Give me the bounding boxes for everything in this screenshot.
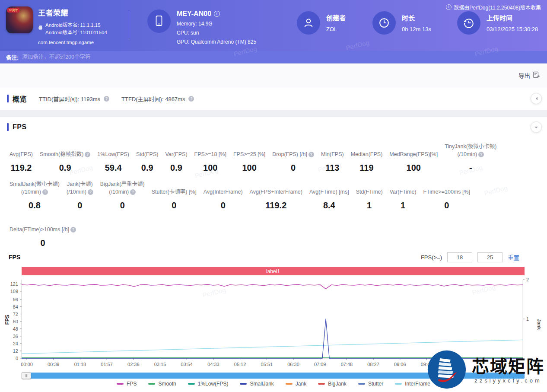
help-icon[interactable] — [308, 152, 314, 157]
stat-value: 100 — [233, 163, 265, 173]
help-icon[interactable] — [88, 189, 93, 195]
reset-button[interactable]: 重置 — [508, 253, 519, 261]
help-icon[interactable] — [478, 152, 484, 157]
stat-label: Std(FTime) — [356, 181, 383, 196]
fps-threshold-input-2[interactable] — [477, 252, 502, 262]
stat-label: Smooth(稳帧指数) — [40, 143, 90, 158]
stat-cell: BigJank(严重卡顿) (/10min) 0 — [97, 181, 148, 210]
stat-label: 1%Low(FPS) — [97, 143, 129, 158]
help-icon[interactable] — [130, 189, 136, 195]
legend-item[interactable]: Stutter — [358, 381, 383, 387]
stat-value: 0.8 — [10, 201, 60, 210]
stat-label: Avg(FTime) [ms] — [309, 181, 349, 196]
legend-swatch — [240, 383, 247, 385]
stat-cell: Std(FTime) 1 — [353, 181, 386, 210]
stat-cell: SmallJank(微小卡顿) (/10min) 0.8 — [6, 181, 63, 210]
fps-threshold-filter: FPS(>=) 重置 — [421, 252, 519, 262]
android-version-block: Android版本名: 11.1.1.15 Android版本号: 110101… — [38, 22, 107, 37]
creator-label: 创建者 — [326, 13, 346, 22]
legend-item[interactable]: Jank — [286, 381, 306, 387]
fps-section-header: FPS — [0, 117, 547, 137]
chart-title: FPS — [9, 254, 20, 261]
tab-bar: 导出 — [0, 64, 547, 87]
stat-label: SmallJank(微小卡顿) (/10min) — [10, 181, 60, 196]
overview-collapse-button[interactable] — [531, 93, 542, 104]
stat-cell: Smooth(稳帧指数) 0.9 — [36, 143, 94, 173]
chart-header: FPS FPS(>=) 重置 — [0, 251, 547, 264]
stat-value: 0 — [152, 201, 197, 210]
svg-text:01:18: 01:18 — [74, 362, 86, 367]
legend-swatch — [286, 383, 293, 385]
stat-value: 100 — [389, 163, 438, 173]
app-package: com.tencent.tmgp.sgame — [38, 40, 107, 45]
legend-item[interactable]: BigJank — [318, 381, 347, 387]
legend-item[interactable]: FPS — [117, 381, 137, 387]
help-icon[interactable] — [104, 96, 109, 102]
stat-value: - — [445, 163, 496, 173]
export-label: 导出 — [518, 71, 530, 80]
stat-label: FPS>=25 [%] — [233, 143, 265, 158]
legend-swatch — [358, 383, 365, 385]
stat-value: 119.2 — [250, 201, 302, 210]
remark-label: 备注: — [6, 53, 19, 61]
stat-label: TinyJank(极微小卡顿) (/10min) — [445, 143, 496, 158]
stat-label: Var(FTime) — [390, 181, 417, 196]
help-icon[interactable] — [42, 189, 48, 195]
history-clock-icon — [457, 11, 480, 35]
legend-item[interactable]: Smooth — [148, 381, 176, 387]
svg-text:96: 96 — [13, 297, 18, 302]
legend-label: Stutter — [368, 381, 383, 387]
stat-cell: FTime>=100ms [%] 0 — [420, 181, 474, 210]
device-info: MEY-AN00 Memory: 14.9G CPU: sun GPU: Qua… — [177, 10, 256, 51]
svg-text:03:15: 03:15 — [154, 362, 166, 367]
svg-text:60: 60 — [13, 319, 18, 324]
ttid-metric: TTID(首屏时间): 1193ms — [39, 95, 109, 103]
legend-item[interactable]: InterFrame — [395, 381, 430, 387]
fps-threshold-input-1[interactable] — [447, 252, 472, 262]
stat-value: 0 — [423, 201, 471, 210]
stat-cell: FPS>=25 [%] 100 — [230, 143, 269, 173]
svg-text:01:57: 01:57 — [101, 362, 113, 367]
help-icon[interactable] — [188, 96, 194, 102]
device-gpu: GPU: Qualcomm Adreno (TM) 825 — [177, 39, 256, 45]
svg-text:1: 1 — [526, 316, 529, 322]
svg-text:72: 72 — [13, 312, 18, 317]
header-divider — [129, 11, 129, 40]
stat-cell: Delta(FTime)>100ms [/h] 0 — [6, 218, 80, 248]
stat-label: Avg(FPS) — [10, 143, 33, 158]
device-info-icon[interactable] — [214, 11, 220, 17]
svg-text:0: 0 — [16, 356, 18, 361]
help-icon[interactable] — [70, 227, 76, 233]
stat-label: FPS>=18 [%] — [194, 143, 226, 158]
stat-label: Median(FPS) — [351, 143, 383, 158]
legend-item[interactable]: 1%Low(FPS) — [188, 381, 229, 387]
overview-section: 概览 TTID(首屏时间): 1193ms TTFD(主屏时间): 4867ms — [0, 87, 547, 110]
stat-label: Min(FPS) — [321, 143, 344, 158]
legend-item[interactable]: SmallJank — [240, 381, 274, 387]
svg-text:24: 24 — [13, 341, 18, 346]
fps-section-title: FPS — [7, 123, 27, 131]
y-axis-label-left: FPS — [4, 315, 10, 325]
remark-input[interactable] — [22, 54, 541, 60]
stat-label: BigJank(严重卡顿) (/10min) — [100, 181, 145, 196]
site-logo-icon — [427, 350, 467, 391]
stat-cell: FPS>=18 [%] 100 — [191, 143, 230, 173]
export-button[interactable]: 导出 — [518, 71, 540, 80]
stat-value: 1 — [356, 201, 383, 210]
device-name: MEY-AN00 — [177, 10, 256, 18]
stat-value: 0 — [67, 201, 93, 210]
stat-value: 59.4 — [97, 163, 129, 173]
svg-text:05:51: 05:51 — [261, 362, 273, 367]
stats-row-2: SmallJank(微小卡顿) (/10min) 0.8 Jank(卡顿) (/… — [6, 181, 544, 210]
stat-label: Avg(FPS+InterFrame) — [250, 181, 302, 196]
svg-text:2: 2 — [526, 277, 529, 282]
fps-collapse-button[interactable] — [531, 121, 542, 133]
device-cpu: CPU: sun — [177, 30, 256, 36]
export-icon — [533, 71, 540, 80]
fps-section: FPS Avg(FPS) 119.2 Smooth(稳帧指数) 0.9 1%Lo… — [0, 117, 547, 389]
ttid-value: TTID(首屏时间): 1193ms — [39, 95, 100, 103]
slider-handle[interactable] — [22, 372, 31, 379]
section-gap — [0, 110, 547, 117]
svg-text:08:27: 08:27 — [367, 362, 379, 367]
help-icon[interactable] — [85, 152, 90, 157]
